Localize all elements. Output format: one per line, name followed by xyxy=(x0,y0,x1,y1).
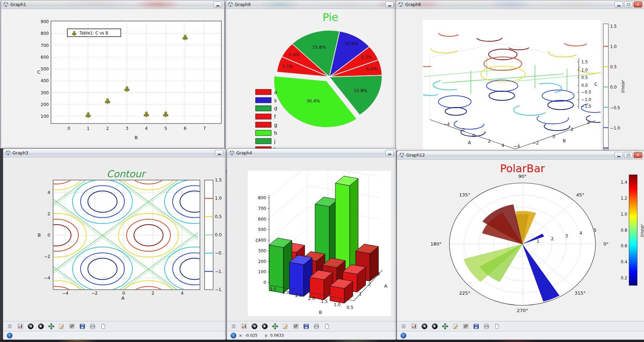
edit-button[interactable] xyxy=(58,323,65,330)
menu-button[interactable] xyxy=(230,323,237,330)
titlebar[interactable]: Graph1 xyxy=(1,0,224,9)
y-tick-label: 700 xyxy=(41,43,49,48)
back-button[interactable] xyxy=(421,323,428,330)
x-tick-label: 0 xyxy=(122,291,125,296)
menu-button[interactable] xyxy=(6,323,14,330)
plot-settings-button[interactable] xyxy=(411,323,418,330)
print-button[interactable] xyxy=(483,323,490,330)
data-point: ♣ xyxy=(85,111,92,120)
x-tick-label: 3 xyxy=(125,126,128,131)
window-title: Graph9 xyxy=(235,2,251,7)
window-graph4: 0100200300400500600700800C3.53.02.52.01.… xyxy=(227,148,396,340)
close-button[interactable]: × xyxy=(634,152,642,158)
titlebar[interactable]: Graph6× xyxy=(396,0,644,9)
x-axis-label: B xyxy=(135,135,138,140)
colorbar-label: linear xyxy=(620,79,625,93)
status-bar: i xyxy=(397,331,644,340)
minimize-button[interactable] xyxy=(213,1,222,7)
x-tick-label: −2 xyxy=(459,127,465,132)
scatter-chart: 01234567100200300400500600700800900BC♣Ta… xyxy=(1,0,224,148)
info-icon[interactable]: i xyxy=(6,332,13,339)
y-tick-label: 400 xyxy=(41,78,49,83)
info-icon[interactable]: i xyxy=(230,332,237,339)
legend-label: j xyxy=(274,138,275,144)
minimize-button[interactable] xyxy=(385,1,394,7)
plot-settings-button[interactable] xyxy=(241,323,248,330)
z-tick-label: 0.5 xyxy=(581,75,588,80)
y-tick-label: 100 xyxy=(41,114,49,119)
edit-button[interactable] xyxy=(282,323,289,330)
app-icon xyxy=(228,2,233,7)
y-tick-label: −4 xyxy=(44,275,50,280)
titlebar[interactable]: Graph9 xyxy=(226,0,396,9)
legend-swatch-f xyxy=(256,114,271,119)
maximize-button[interactable] xyxy=(624,1,633,7)
z-tick-label: 1.5 xyxy=(581,59,588,64)
copy-button[interactable] xyxy=(493,323,500,330)
desktop: 01234567100200300400500600700800900BC♣Ta… xyxy=(0,0,644,342)
legend-marker: ♣ xyxy=(71,30,77,37)
colorbar-tick-label: 1.2 xyxy=(621,196,627,201)
subplots-button[interactable] xyxy=(462,323,469,330)
angle-tick-label: 135° xyxy=(459,192,470,198)
menu-button[interactable] xyxy=(400,323,407,330)
window-graph6: 1.51.00.50.0−0.5−1.0−1.5C−4−2024A−4−2024… xyxy=(396,0,644,151)
x-tick-label: −4 xyxy=(444,122,450,127)
x-tick-label: 1 xyxy=(87,126,90,131)
window-graph12: PolarBar0°45°90°135°180°225°270°315°1234… xyxy=(397,151,644,340)
subplots-button[interactable] xyxy=(292,323,299,330)
app-icon xyxy=(5,150,11,156)
minimize-button[interactable] xyxy=(215,150,223,156)
forward-button[interactable] xyxy=(431,323,438,330)
y-tick-label: 300 xyxy=(41,90,49,95)
save-button[interactable] xyxy=(303,323,310,330)
pan-button[interactable] xyxy=(272,323,279,330)
print-button[interactable] xyxy=(89,323,96,330)
back-button[interactable] xyxy=(27,323,34,330)
print-button[interactable] xyxy=(313,323,320,330)
save-button[interactable] xyxy=(79,323,86,330)
x-tick-label: 0.5 xyxy=(346,305,353,310)
chart-title: Pie xyxy=(323,11,338,23)
copy-button[interactable] xyxy=(323,323,330,330)
polar_bar-chart: PolarBar0°45°90°135°180°225°270°315°1234… xyxy=(397,151,644,340)
x-tick-label: 0 xyxy=(67,126,70,131)
copy-button[interactable] xyxy=(99,323,107,330)
maximize-button[interactable] xyxy=(624,152,633,158)
forward-button[interactable] xyxy=(261,323,268,330)
x-tick-label: 5 xyxy=(164,126,167,131)
colorbar-tick-label: 0.6 xyxy=(621,243,627,248)
z-tick-label: 300 xyxy=(258,248,266,253)
y-tick-label: 3 xyxy=(377,272,380,277)
titlebar[interactable]: Graph4 xyxy=(227,149,396,157)
legend-label: h xyxy=(274,130,277,136)
x-tick-label: 7 xyxy=(203,126,206,131)
forward-button[interactable] xyxy=(37,323,45,330)
minimize-button[interactable] xyxy=(614,152,623,158)
y-tick-label: −4 xyxy=(514,144,520,149)
pan-button[interactable] xyxy=(442,323,449,330)
legend-swatch-s xyxy=(256,98,271,103)
legend-label: a xyxy=(274,89,277,95)
edit-button[interactable] xyxy=(452,323,459,330)
pie-percent-label: 36.4% xyxy=(306,99,320,104)
colorbar xyxy=(629,175,637,285)
minimize-button[interactable] xyxy=(385,150,394,156)
y-tick-label: 0 xyxy=(552,134,555,139)
titlebar[interactable]: Graph3 xyxy=(3,149,226,157)
contour3d-chart: 1.51.00.50.0−0.5−1.0−1.5C−4−2024A−4−2024… xyxy=(396,0,644,151)
pan-button[interactable] xyxy=(48,323,55,330)
plot-settings-button[interactable] xyxy=(17,323,24,330)
subplots-button[interactable] xyxy=(68,323,76,330)
x-tick-label: 6 xyxy=(184,126,187,131)
chart-title: PolarBar xyxy=(500,162,545,175)
back-button[interactable] xyxy=(251,323,258,330)
save-button[interactable] xyxy=(473,323,480,330)
legend-swatch-d xyxy=(256,106,271,111)
x-tick-label: 1.0 xyxy=(334,302,340,307)
info-icon[interactable]: i xyxy=(400,332,407,339)
z-tick-label: 0.0 xyxy=(581,83,588,88)
close-button[interactable]: × xyxy=(634,1,642,7)
titlebar[interactable]: Graph12× xyxy=(397,151,644,159)
minimize-button[interactable] xyxy=(614,1,623,7)
